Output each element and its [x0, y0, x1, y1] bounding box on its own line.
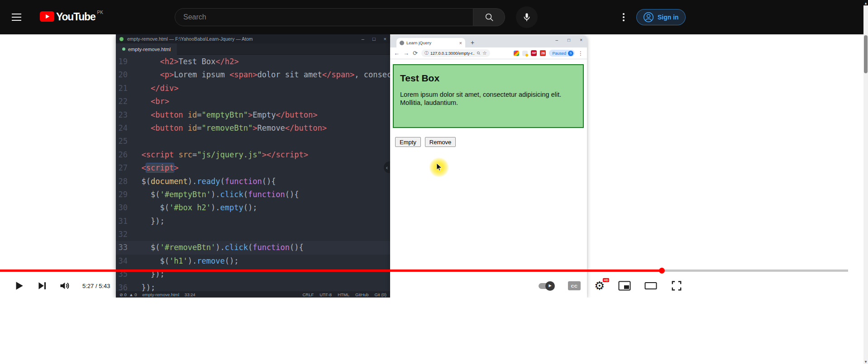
play-button[interactable] [13, 279, 25, 292]
code-line: 25 [116, 135, 390, 148]
site-info-icon[interactable]: ⓘ [424, 50, 429, 56]
line-number: 26 [116, 148, 128, 161]
chrome-browser-window: Learn jQuery × + – □ × ← → ⟳ ⓘ 127.0.0.1… [390, 35, 587, 298]
volume-button[interactable] [59, 279, 72, 292]
reload-icon[interactable]: ⟳ [413, 50, 418, 56]
code-text: $('h1').remove(); [128, 255, 238, 268]
progress-scrubber[interactable] [659, 268, 665, 274]
autoplay-play-icon: ▶ [548, 284, 551, 288]
chrome-menu-icon[interactable]: ⋮ [578, 50, 583, 57]
forward-icon[interactable]: → [403, 50, 409, 56]
line-number: 36 [116, 281, 128, 291]
search-input[interactable] [175, 8, 473, 26]
progress-bar[interactable] [0, 269, 848, 272]
captions-button[interactable]: CC [568, 281, 581, 290]
tab-favicon-icon [400, 41, 404, 45]
browser-tab[interactable]: Learn jQuery × [396, 38, 465, 47]
theater-mode-button[interactable] [644, 281, 657, 291]
code-text: <h2>Test Box</h2> [128, 55, 238, 68]
code-line: 24 <button id="removeBtn">Remove</button… [116, 122, 390, 135]
code-line: 19 <h2>Test Box</h2> [116, 55, 390, 68]
fullscreen-button[interactable] [671, 280, 682, 292]
warning-icon: ▲ [129, 292, 133, 297]
page-background-below-video [0, 298, 863, 364]
video-player-area[interactable]: empty-remove.html — F:\YahooBaba\Learn-J… [0, 34, 863, 298]
chrome-minimize-icon[interactable]: – [556, 38, 558, 43]
code-line: 22 <br> [116, 95, 390, 108]
code-line: 28 $(document).ready(function(){ [116, 175, 390, 188]
status-item[interactable]: Git (0) [375, 292, 386, 297]
atom-editor-window: empty-remove.html — F:\YahooBaba\Learn-J… [116, 34, 390, 298]
code-line: 33 $('#removeBtn').click(function(){ [116, 241, 390, 254]
status-right-items: CRLFUTF-8HTMLGitHubGit (0) [302, 292, 386, 297]
extension-icon[interactable] [522, 51, 528, 56]
code-text: <script> [128, 161, 178, 175]
code-text: $('#removeBtn').click(function(){ [128, 241, 304, 254]
time-display: 5:27 / 5:43 [82, 283, 110, 289]
scrollbar-thumb[interactable] [864, 35, 868, 73]
chevron-left-icon: ‹ [386, 164, 388, 171]
code-line: 34 $('h1').remove(); [116, 255, 390, 268]
autoplay-toggle[interactable]: ▶ [539, 283, 554, 289]
menu-icon[interactable] [12, 12, 23, 22]
address-bar[interactable]: ⓘ 127.0.0.1:3000/empty-r... ☆ [421, 49, 490, 57]
status-item[interactable]: GitHub [355, 292, 369, 297]
code-line: 29 $('#emptyBtn').click(function(){ [116, 188, 390, 201]
line-number: 32 [116, 228, 128, 241]
more-options-icon[interactable] [618, 12, 629, 23]
page-buttons: Empty Remove [395, 137, 587, 147]
line-number: 30 [116, 201, 128, 214]
code-text: }); [128, 215, 165, 228]
code-text: $('#emptyBtn').click(function(){ [128, 188, 299, 201]
colorpicker-extension-icon[interactable] [514, 51, 519, 56]
sync-paused-chip[interactable]: Paused S [549, 50, 575, 57]
next-button[interactable] [36, 280, 48, 292]
diagnostics-counts[interactable]: ⊘ 0 ▲ 0 [119, 292, 137, 297]
search-button[interactable] [473, 8, 505, 26]
extension-badge[interactable]: 26 [540, 50, 546, 56]
atom-tab-title: empty-remove.html [128, 47, 171, 52]
chrome-close-icon[interactable]: × [580, 38, 582, 43]
miniplayer-icon [618, 281, 631, 291]
chrome-maximize-icon[interactable]: □ [568, 38, 570, 43]
play-icon [13, 279, 25, 292]
settings-button[interactable]: ⚙ HD [594, 280, 605, 292]
line-number: 23 [116, 109, 128, 122]
miniplayer-button[interactable] [618, 281, 631, 291]
atom-tab[interactable]: empty-remove.html [116, 43, 177, 55]
code-line: 31 }); [116, 215, 390, 228]
sign-in-button[interactable]: Sign in [636, 9, 686, 25]
remove-button[interactable]: Remove [425, 137, 456, 147]
status-item[interactable]: UTF-8 [320, 292, 332, 297]
chrome-toolbar: ← → ⟳ ⓘ 127.0.0.1:3000/empty-r... ☆ ABP … [390, 47, 587, 59]
youtube-play-icon [40, 11, 54, 22]
code-text: <button id="emptyBtn">Empty</button> [128, 109, 318, 122]
test-box-paragraph: Lorem ipsum dolor sit amet, consectetur … [400, 90, 564, 107]
bookmark-star-icon[interactable]: ☆ [482, 50, 487, 56]
scroll-up-icon[interactable]: ▲ [863, 0, 868, 5]
back-icon[interactable]: ← [394, 50, 400, 56]
chrome-tab-strip: Learn jQuery × + – □ × [390, 35, 587, 47]
atom-maximize-icon[interactable]: □ [372, 36, 376, 42]
empty-button[interactable]: Empty [395, 137, 421, 147]
page-scrollbar[interactable]: ▲ ▼ [863, 0, 868, 364]
status-item[interactable]: CRLF [302, 292, 314, 297]
new-tab-icon[interactable]: + [471, 39, 474, 46]
adblock-extension-icon[interactable]: ABP [531, 50, 537, 56]
next-icon [36, 280, 48, 292]
chrome-window-controls: – □ × [556, 38, 582, 43]
code-editor[interactable]: 19 <h2>Test Box</h2>20 <p>Lorem ipsum <s… [116, 55, 390, 291]
atom-titlebar: empty-remove.html — F:\YahooBaba\Learn-J… [116, 34, 390, 43]
avatar-icon [643, 12, 654, 23]
atom-close-icon[interactable]: × [384, 36, 386, 42]
status-filename[interactable]: empty-remove.html [143, 292, 179, 297]
voice-search-button[interactable] [516, 6, 538, 28]
zoom-icon[interactable] [477, 51, 481, 55]
youtube-logo[interactable]: YouTube PK [40, 11, 103, 22]
status-item[interactable]: HTML [338, 292, 349, 297]
scroll-down-icon[interactable]: ▼ [863, 359, 868, 364]
tab-close-icon[interactable]: × [459, 40, 462, 46]
paused-label: Paused [552, 51, 566, 56]
atom-minimize-icon[interactable]: – [362, 36, 364, 42]
status-caret-position[interactable]: 33:24 [185, 292, 196, 297]
